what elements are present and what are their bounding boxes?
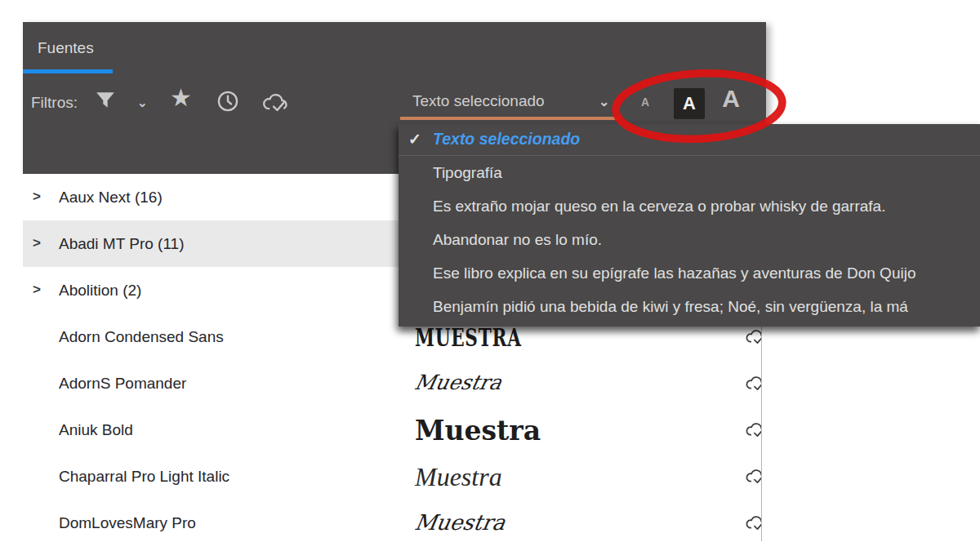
menu-item-pangram-2[interactable]: Abandonar no es lo mío. <box>399 223 980 256</box>
chevron-right-icon[interactable]: > <box>33 282 41 298</box>
font-family-name: DomLovesMary Pro <box>59 514 196 532</box>
cloud-activate-icon[interactable] <box>745 468 762 485</box>
font-family-name: AdornS Pomander <box>59 375 186 393</box>
font-sample-text: Muestra <box>412 371 504 394</box>
check-icon: ✓ <box>408 130 421 149</box>
cloud-activate-icon[interactable] <box>745 328 762 345</box>
menu-item-pangram-1[interactable]: Es extraño mojar queso en la cerveza o p… <box>399 189 980 223</box>
sample-text-dropdown-value: Texto seleccionado <box>412 92 545 109</box>
menu-item-pangram-3[interactable]: Ese libro explica en su epígrafe las haz… <box>399 256 980 290</box>
cloud-activated-icon[interactable] <box>261 92 289 113</box>
font-list-row[interactable]: DomLovesMary Pro Muestra <box>23 500 761 541</box>
filter-funnel-icon[interactable] <box>95 90 116 111</box>
dropdown-underline <box>400 117 619 120</box>
font-sample-text: Muestra <box>412 510 507 535</box>
chevron-down-icon[interactable]: ⌄ <box>137 96 148 110</box>
sample-size-large-button[interactable]: A <box>713 85 749 113</box>
font-family-name: Aaux Next (16) <box>59 189 163 207</box>
menu-item-pangram-4[interactable]: Benjamín pidió una bebida de kiwi y fres… <box>399 290 980 323</box>
sample-text-dropdown-menu: ✓ Texto seleccionado Tipografía Es extra… <box>399 124 980 327</box>
menu-item-texto-seleccionado[interactable]: ✓ Texto seleccionado <box>399 124 980 155</box>
sample-text-dropdown[interactable]: Texto seleccionado ⌄ <box>412 92 617 110</box>
chevron-right-icon[interactable]: > <box>33 235 41 251</box>
menu-item-label: Texto seleccionado <box>433 130 580 149</box>
clock-recent-icon[interactable] <box>216 90 239 113</box>
tab-fuentes[interactable]: Fuentes <box>38 39 94 57</box>
cloud-activate-icon[interactable] <box>745 375 762 392</box>
chevron-right-icon[interactable]: > <box>33 189 41 205</box>
font-family-name: Abadi MT Pro (11) <box>59 235 184 253</box>
font-list-row[interactable]: Aniuk Bold Muestra <box>23 407 761 453</box>
font-family-name: Chaparral Pro Light Italic <box>59 468 229 486</box>
font-list-row[interactable]: AdornS Pomander Muestra <box>23 360 761 407</box>
cloud-activate-icon[interactable] <box>745 514 762 531</box>
font-list-row[interactable]: Chaparral Pro Light Italic Muestra <box>23 453 761 500</box>
menu-item-tipografia[interactable]: Tipografía <box>399 156 980 189</box>
star-favorites-icon[interactable]: ★ <box>170 86 192 110</box>
sample-size-small-button[interactable]: A <box>635 96 655 109</box>
font-sample-text: MUESTRA <box>415 322 522 351</box>
tab-active-underline <box>23 69 113 73</box>
font-family-name: Adorn Condensed Sans <box>59 328 224 346</box>
sample-size-medium-button-selected[interactable]: A <box>674 88 705 119</box>
font-family-name: Abolition (2) <box>59 282 141 300</box>
chevron-down-icon: ⌄ <box>599 94 609 109</box>
cloud-activate-icon[interactable] <box>745 421 762 438</box>
font-family-name: Aniuk Bold <box>59 421 133 439</box>
font-sample-text: Muestra <box>415 414 541 446</box>
filters-label: Filtros: <box>31 94 78 112</box>
font-sample-text: Muestra <box>415 461 502 491</box>
